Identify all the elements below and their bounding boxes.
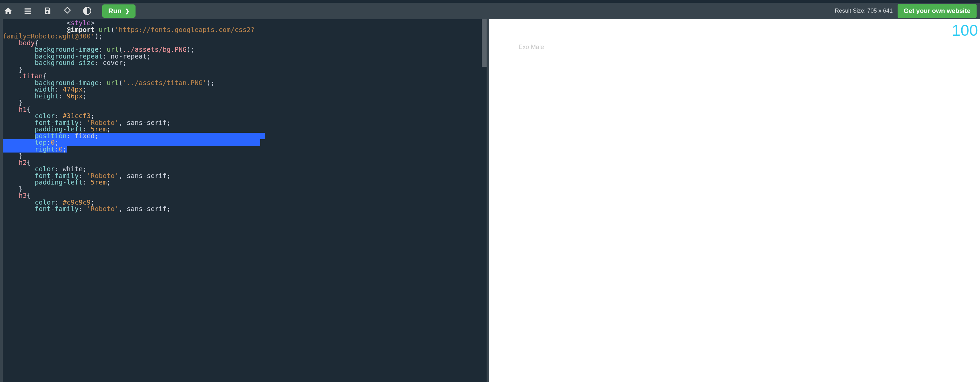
chevron-right-icon: ❯ <box>125 8 129 14</box>
theme-icon[interactable] <box>83 6 92 16</box>
preview-h3: Exo Male <box>519 44 544 51</box>
preview-h1: 100 <box>952 21 978 40</box>
result-size-label: Result Size: 705 x 641 <box>835 8 893 14</box>
code-editor[interactable]: <style> @import url('https://fonts.googl… <box>3 19 487 382</box>
get-website-button[interactable]: Get your own website <box>897 4 977 18</box>
save-icon[interactable] <box>43 6 52 16</box>
scrollbar-track <box>482 19 487 382</box>
toolbar: Run ❯ Result Size: 705 x 641 Get your ow… <box>0 0 980 19</box>
scrollbar-thumb[interactable] <box>482 19 487 67</box>
preview-pane: 100 Exo Male <box>489 19 980 382</box>
run-label: Run <box>108 7 122 15</box>
home-icon[interactable] <box>3 6 13 16</box>
main: <style> @import url('https://fonts.googl… <box>0 19 980 382</box>
run-button[interactable]: Run ❯ <box>102 5 135 18</box>
menu-icon[interactable] <box>23 6 33 16</box>
rotate-icon[interactable] <box>63 6 72 16</box>
